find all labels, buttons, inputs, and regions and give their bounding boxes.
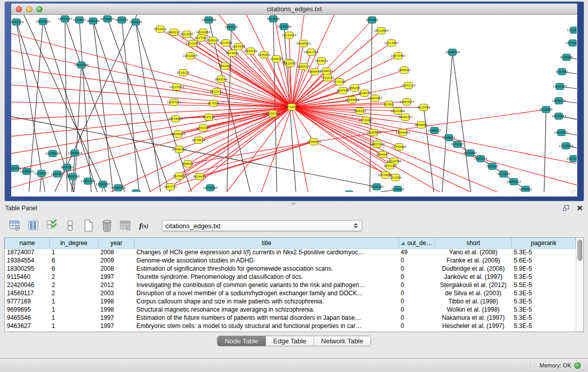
scrollbar-thumb[interactable] xyxy=(577,239,582,261)
graph-node[interactable]: 19218596 xyxy=(277,24,292,30)
delete-table-button[interactable] xyxy=(100,219,114,232)
graph-node[interactable]: 12444138 xyxy=(552,98,567,104)
graph-node[interactable]: 11675334 xyxy=(567,156,577,162)
graph-node[interactable]: 9827548 xyxy=(220,40,232,47)
graph-node[interactable]: 9475685 xyxy=(226,50,239,57)
graph-node[interactable]: 12093387 xyxy=(553,83,568,90)
close-panel-icon[interactable]: ✕ xyxy=(576,205,583,211)
graph-node[interactable]: 12923448 xyxy=(129,190,144,192)
graph-node[interactable]: 252254 xyxy=(390,174,401,181)
graph-node[interactable]: 10025488 xyxy=(390,108,405,115)
tab-edge-table[interactable]: Edge Table xyxy=(266,336,314,346)
graph-node[interactable]: 12125419 xyxy=(282,32,297,39)
graph-node[interactable]: 9671355 xyxy=(116,17,128,24)
graph-node[interactable]: 8427552 xyxy=(210,89,223,95)
tab-network-table[interactable]: Network Table xyxy=(314,336,371,346)
graph-node[interactable]: 10688809 xyxy=(366,129,381,136)
graph-node[interactable]: 15716485 xyxy=(203,185,218,191)
graph-node[interactable]: 864099 xyxy=(182,161,193,167)
graph-node[interactable]: 19463627 xyxy=(400,99,415,105)
graph-node[interactable]: 11156863 xyxy=(19,168,34,175)
graph-node[interactable]: 7955812 xyxy=(315,58,328,64)
graph-node[interactable]: 8938923 xyxy=(443,135,455,141)
graph-node[interactable]: 7832621 xyxy=(486,163,499,170)
graph-node[interactable]: 2087682 xyxy=(366,17,379,24)
graph-node[interactable]: 14136141 xyxy=(369,184,384,190)
graph-node[interactable]: 12213967 xyxy=(384,40,399,47)
graph-node[interactable]: 6479197 xyxy=(451,141,464,148)
column-header-pagerank[interactable]: pagerank xyxy=(512,238,576,248)
graph-node[interactable]: 12975115 xyxy=(401,82,416,89)
row-selection-button[interactable] xyxy=(45,219,58,232)
graph-node[interactable]: 16961758 xyxy=(304,49,319,56)
tab-node-table[interactable]: Node Table xyxy=(217,336,266,346)
graph-node[interactable]: 8454749 xyxy=(245,48,257,55)
table-row[interactable]: 946362711997Embryonic stem cells: a mode… xyxy=(5,322,576,330)
memory-status-indicator[interactable] xyxy=(574,362,581,369)
graph-node[interactable]: 20691406 xyxy=(36,18,51,25)
table-row[interactable]: 1456911722003Disruption of a novel membe… xyxy=(5,289,576,297)
graph-node[interactable]: 8186328 xyxy=(207,37,220,44)
table-row[interactable]: 969969511998Structural magnetic resonanc… xyxy=(5,305,576,314)
graph-node[interactable]: 10653287 xyxy=(58,16,73,23)
graph-node[interactable]: 8878334 xyxy=(192,137,205,144)
graph-node[interactable]: 20364486 xyxy=(345,97,360,103)
graph-node[interactable]: 15751074 xyxy=(565,40,577,47)
table-row[interactable]: 977716911998Corpus callosum shape and si… xyxy=(5,297,576,305)
table-row[interactable]: 2242004622012Investigating the contribut… xyxy=(5,281,576,289)
graph-node[interactable]: 9129986 xyxy=(560,54,573,61)
graph-node[interactable]: 2803144 xyxy=(215,76,228,83)
graph-node[interactable]: 746266 xyxy=(349,85,360,92)
graph-node[interactable]: 8115958 xyxy=(540,106,553,113)
graph-node[interactable]: 9115460 xyxy=(418,104,430,111)
graph-node[interactable]: 19654935 xyxy=(168,116,183,122)
graph-node[interactable]: 8471676 xyxy=(497,171,510,178)
column-header-in_degree[interactable]: in_degree xyxy=(50,238,98,248)
panel-splitter-handle[interactable] xyxy=(291,203,296,205)
column-header-year[interactable]: year xyxy=(98,238,135,248)
function-builder-button[interactable]: f(x) xyxy=(137,219,150,232)
graph-node[interactable]: 16033809 xyxy=(202,17,216,24)
graph-node[interactable]: 17016504 xyxy=(559,143,574,149)
graph-node[interactable]: 9227542 xyxy=(556,69,569,75)
graph-node[interactable]: 2367608 xyxy=(232,43,245,50)
graph-node[interactable]: 12342757 xyxy=(34,170,49,177)
graph-node[interactable]: 7515526 xyxy=(129,19,142,26)
graph-node[interactable]: 1568520 xyxy=(270,56,283,62)
graph-node[interactable]: 11128404 xyxy=(567,27,577,34)
graph-node[interactable]: 8813054 xyxy=(267,16,280,23)
graph-node[interactable]: 1733426 xyxy=(391,186,404,192)
table-select-dropdown[interactable]: citations_edges.txt xyxy=(162,220,362,231)
graph-node[interactable]: 16648784 xyxy=(445,49,460,56)
column-visibility-button[interactable] xyxy=(27,219,40,232)
table-row[interactable]: 946554611997Estimation of the future num… xyxy=(5,314,576,322)
graph-node[interactable]: 9466160 xyxy=(87,18,100,25)
node-table[interactable]: namein_degreeyeartitleout_de…shortpagera… xyxy=(5,238,576,330)
graph-node[interactable]: 10654112 xyxy=(507,179,521,185)
graph-node[interactable]: 8912955 xyxy=(181,31,193,38)
graph-node[interactable]: 20206536 xyxy=(46,150,60,157)
table-row[interactable]: 1938455462009Genome-wide association stu… xyxy=(5,256,576,265)
graph-node[interactable]: 917004 xyxy=(208,100,219,107)
graph-node[interactable]: 1527602 xyxy=(73,17,86,24)
graph-node[interactable]: 62160 xyxy=(384,101,394,108)
graph-node[interactable]: 16210643 xyxy=(552,113,567,120)
graph-node[interactable]: 15692971 xyxy=(554,129,569,136)
vertical-scrollbar[interactable] xyxy=(576,238,583,332)
citation-network-graph[interactable]: 1405572420691406106532871527602946616010… xyxy=(11,15,577,192)
graph-node[interactable]: 22420046 xyxy=(183,53,198,59)
graph-node[interactable]: 19495757 xyxy=(398,114,413,121)
graph-node[interactable]: 14055724 xyxy=(11,19,24,26)
graph-node[interactable]: 17359914 xyxy=(68,150,82,157)
float-panel-icon[interactable] xyxy=(563,205,570,212)
table-row[interactable]: 911546021997Tourette syndrome. Phenomeno… xyxy=(5,273,576,281)
column-header-name[interactable]: name xyxy=(5,238,50,248)
graph-node[interactable]: 16782759 xyxy=(111,185,126,191)
table-row[interactable]: 1872400712008Changes of HCN gene express… xyxy=(5,248,576,256)
graph-node[interactable] xyxy=(345,191,353,192)
network-canvas[interactable]: 1405572420691406106532871527602946616010… xyxy=(11,15,577,196)
graph-node[interactable]: 16154808 xyxy=(374,28,389,34)
table-options-button[interactable] xyxy=(8,219,21,232)
column-header-title[interactable]: title xyxy=(135,238,399,248)
table-row[interactable]: 1830029562008Estimation of significance … xyxy=(5,265,576,273)
